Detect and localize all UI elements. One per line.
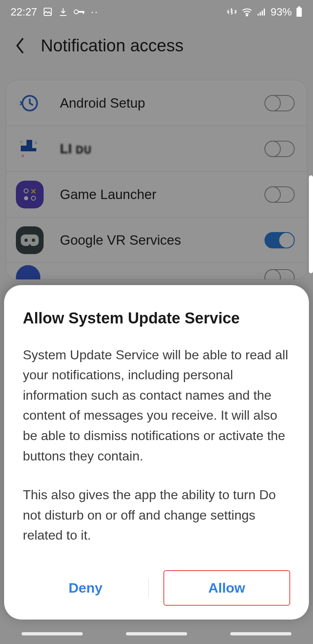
- svg-rect-13: [21, 146, 26, 151]
- toggle-switch[interactable]: [265, 186, 295, 203]
- svg-point-19: [24, 189, 28, 193]
- svg-rect-17: [35, 142, 37, 144]
- dialog-para-1: System Update Service will be able to re…: [23, 345, 290, 467]
- app-list: Android Setup LI ᴅᴜ Game Launcher Google…: [6, 80, 307, 280]
- svg-rect-14: [26, 146, 32, 151]
- vpn-key-icon: [74, 9, 85, 15]
- svg-rect-6: [260, 12, 261, 15]
- battery-icon: [296, 7, 302, 17]
- page-header: Notification access: [0, 24, 313, 76]
- svg-point-24: [32, 239, 35, 242]
- svg-rect-8: [264, 9, 265, 15]
- download-icon: [58, 7, 68, 17]
- toggle-switch[interactable]: [265, 232, 295, 248]
- app-row-pixelated[interactable]: LI ᴅᴜ: [6, 126, 307, 172]
- wifi-icon: [241, 7, 253, 16]
- page-title: Notification access: [41, 36, 183, 55]
- svg-point-1: [74, 10, 78, 14]
- app-row-android-setup[interactable]: Android Setup: [6, 80, 307, 126]
- svg-point-21: [31, 196, 35, 200]
- svg-rect-3: [83, 11, 84, 14]
- svg-point-20: [24, 196, 28, 200]
- app-row-game-launcher[interactable]: Game Launcher: [6, 172, 307, 217]
- svg-rect-7: [262, 11, 263, 15]
- dialog-title: Allow System Update Service: [23, 310, 290, 327]
- status-left: 22:27 ··: [11, 6, 99, 18]
- battery-percent: 93%: [271, 6, 292, 18]
- dialog-para-2: This also gives the app the ability to t…: [23, 485, 290, 546]
- nav-back[interactable]: [230, 632, 291, 635]
- app-label: Game Launcher: [60, 187, 265, 202]
- signal-icon: [257, 7, 267, 16]
- back-button[interactable]: [12, 38, 29, 54]
- app-row-google-vr[interactable]: Google VR Services: [6, 217, 307, 263]
- gallery-icon: [43, 7, 53, 17]
- svg-rect-15: [32, 148, 36, 151]
- app-icon-pixelated: [16, 135, 44, 163]
- nav-recents[interactable]: [22, 632, 83, 635]
- vibrate-icon: [227, 7, 237, 17]
- nav-home[interactable]: [126, 632, 187, 635]
- more-dots-icon: ··: [91, 6, 98, 18]
- clock: 22:27: [11, 6, 37, 18]
- toggle-switch[interactable]: [265, 141, 295, 157]
- app-icon-android-setup: [16, 89, 44, 117]
- status-right: 93%: [227, 6, 302, 18]
- toggle-switch[interactable]: [265, 269, 295, 280]
- app-icon-game-launcher: [16, 181, 44, 208]
- svg-rect-9: [297, 8, 302, 17]
- app-icon-google-vr: [16, 226, 44, 254]
- action-divider: [148, 579, 149, 598]
- permission-dialog: Allow System Update Service System Updat…: [4, 285, 309, 620]
- app-label: Android Setup: [60, 95, 265, 111]
- toggle-switch[interactable]: [265, 95, 295, 111]
- app-icon-partial: [16, 265, 40, 280]
- svg-point-23: [24, 239, 28, 242]
- status-bar: 22:27 ·· 93%: [0, 0, 313, 24]
- scrollbar-thumb[interactable]: [309, 175, 313, 273]
- app-label: LI ᴅᴜ: [60, 141, 265, 157]
- svg-rect-12: [26, 140, 32, 146]
- nav-bar: [0, 624, 313, 644]
- svg-rect-18: [20, 141, 22, 143]
- svg-rect-5: [258, 14, 259, 15]
- svg-rect-22: [21, 235, 39, 246]
- dialog-body: System Update Service will be able to re…: [23, 345, 290, 546]
- deny-button[interactable]: Deny: [23, 571, 148, 605]
- dialog-actions: Deny Allow: [23, 570, 290, 606]
- screen: 22:27 ·· 93%: [0, 0, 313, 644]
- app-row-partial[interactable]: [6, 263, 307, 279]
- allow-button[interactable]: Allow: [163, 570, 291, 606]
- svg-point-4: [246, 15, 248, 16]
- svg-rect-10: [298, 7, 301, 8]
- svg-rect-16: [22, 155, 24, 157]
- app-label: Google VR Services: [60, 232, 265, 248]
